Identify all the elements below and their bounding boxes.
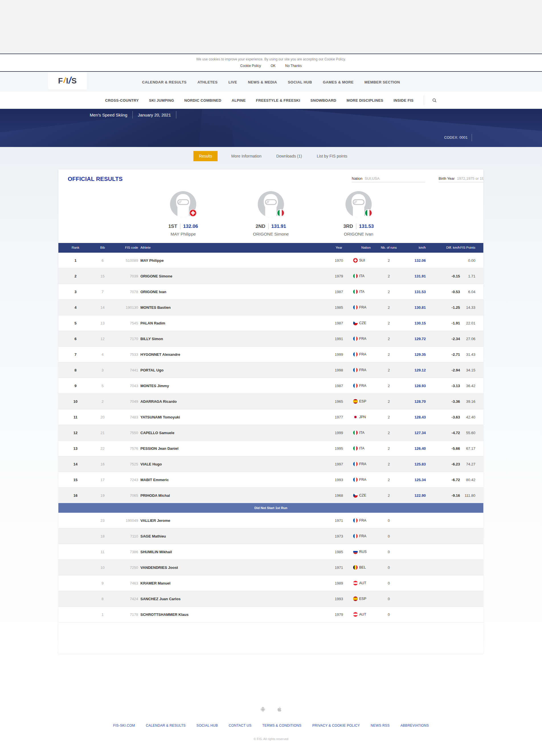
cookie-link-cookie-policy[interactable]: Cookie Policy — [240, 64, 261, 68]
cell-fis-code: 7243 — [113, 478, 138, 482]
copyright: © FIS. All rights reserved — [0, 737, 542, 741]
subnav-item-alpine[interactable]: ALPINE — [232, 98, 246, 103]
cell-runs: 2 — [380, 478, 397, 482]
cell-fis-points: 55.60 — [460, 431, 483, 435]
podium-rank-label: 3RD — [343, 224, 353, 229]
subnav-item-inside-fis[interactable]: INSIDE FIS — [394, 98, 414, 103]
flag-fra-icon — [353, 477, 358, 482]
cell-rank: 4 — [58, 305, 93, 310]
athlete-link[interactable]: MONTES Bastien — [138, 305, 326, 310]
athlete-link[interactable]: VALLIER Jerome — [138, 518, 326, 523]
athlete-link[interactable]: MABIT Emmeric — [138, 478, 326, 482]
table-row: 16510089MAY Philippe1970SUI2132.060.00 — [58, 253, 483, 268]
cell-rank: 9 — [58, 384, 93, 388]
podium-athlete-name[interactable]: MAY Philippe — [171, 232, 196, 236]
subnav-item-nordic-combined[interactable]: NORDIC COMBINED — [184, 98, 221, 103]
search-icon — [432, 98, 437, 103]
subnav-item-cross-country[interactable]: CROSS-COUNTRY — [105, 98, 139, 103]
athlete-link[interactable]: KRAMER Manuel — [138, 581, 326, 585]
athlete-link[interactable]: BILLY Simon — [138, 337, 326, 341]
athlete-link[interactable]: CAPELLO Samuele — [138, 431, 326, 435]
nav-item-athletes[interactable]: ATHLETES — [197, 80, 218, 84]
athlete-link[interactable]: PALAN Radim — [138, 321, 326, 325]
tab-more-information[interactable]: More Information — [230, 151, 263, 161]
nav-item-games-more[interactable]: GAMES & MORE — [323, 80, 353, 84]
cell-nation: FRA — [352, 477, 380, 482]
apple-icon[interactable] — [276, 706, 283, 714]
footer-link-terms-conditions[interactable]: TERMS & CONDITIONS — [262, 724, 301, 728]
cell-year: 1985 — [326, 305, 352, 310]
codex-wrap: CODEX: 0001 — [444, 134, 472, 141]
athlete-link[interactable]: ORIGONE Simone — [138, 274, 326, 278]
discipline-navigation: CROSS-COUNTRYSKI JUMPINGNORDIC COMBINEDA… — [0, 92, 542, 109]
cell-fis-code: 7550 — [113, 431, 138, 435]
cookie-link-ok[interactable]: OK — [271, 64, 275, 68]
cell-fis-code: 7441 — [113, 368, 138, 372]
cell-rank: 8 — [58, 368, 93, 372]
athlete-link[interactable]: VANDENDRIES Joost — [138, 565, 326, 570]
athlete-link[interactable]: VIALE Hugo — [138, 462, 326, 466]
podium-avatar — [170, 191, 196, 217]
cell-diff-kmh: -2.71 — [429, 352, 460, 357]
nav-item-calendar-results[interactable]: CALENDAR & RESULTS — [142, 80, 187, 84]
subnav-item-freestyle-freeski[interactable]: FREESTYLE & FREESKI — [256, 98, 300, 103]
cell-fis-points: 14.33 — [460, 305, 483, 310]
footer-link-fis-ski-com[interactable]: FIS-SKI.COM — [113, 724, 135, 728]
cell-fis-points: 0.00 — [460, 258, 483, 263]
nation-filter-input[interactable] — [365, 176, 425, 181]
subnav-item-snowboard[interactable]: SNOWBOARD — [310, 98, 336, 103]
flag-fra-icon — [353, 518, 358, 523]
cell-runs: 2 — [380, 462, 397, 466]
nav-item-member-section[interactable]: MEMBER SECTION — [365, 80, 400, 84]
athlete-link[interactable]: SAGE Mathieu — [138, 534, 326, 538]
cookie-link-no-thanks[interactable]: No Thanks — [285, 64, 302, 68]
cookie-links: Cookie PolicyOKNo Thanks — [0, 64, 542, 68]
cell-fis-code: 7250 — [113, 565, 138, 570]
nav-item-live[interactable]: LIVE — [228, 80, 237, 84]
cell-fis-code: 7049 — [113, 399, 138, 404]
breadcrumb-divider — [176, 111, 176, 118]
cell-bib: 12 — [93, 337, 113, 341]
athlete-link[interactable]: SHUMILIN Mikhail — [138, 550, 326, 554]
footer-link-calendar-results[interactable]: CALENDAR & RESULTS — [146, 724, 186, 728]
android-icon[interactable] — [259, 706, 266, 714]
cell-kmh: 129.72 — [397, 337, 429, 341]
cell-rank: 5 — [58, 321, 93, 325]
cell-bib: 14 — [93, 305, 113, 310]
nav-item-news-media[interactable]: NEWS & MEDIA — [248, 80, 277, 84]
athlete-link[interactable]: HYGONNET Alexandre — [138, 352, 326, 357]
cell-kmh: 128.70 — [397, 399, 429, 404]
subnav-item-ski-jumping[interactable]: SKI JUMPING — [149, 98, 174, 103]
fis-logo[interactable]: F/I/S — [48, 72, 87, 89]
birth-year-filter-input[interactable] — [457, 176, 483, 181]
footer-link-news-rss[interactable]: NEWS RSS — [371, 724, 390, 728]
cell-fis-code: 7170 — [113, 337, 138, 341]
tab-downloads-1[interactable]: Downloads (1) — [275, 151, 303, 161]
tab-results[interactable]: Results — [193, 151, 218, 161]
footer-link-contact-us[interactable]: CONTACT US — [229, 724, 251, 728]
athlete-link[interactable]: PESSION Jean Daniel — [138, 446, 326, 451]
footer-link-abbreviations[interactable]: ABBREVIATIONS — [400, 724, 429, 728]
footer-link-social-hub[interactable]: SOCIAL HUB — [197, 724, 218, 728]
subnav-item-more-disciplines[interactable]: MORE DISCIPLINES — [347, 98, 383, 103]
flag-fra-icon — [353, 352, 358, 357]
cell-rank: 16 — [58, 493, 93, 498]
tab-list-by-fis-points[interactable]: List by FIS points — [316, 151, 348, 161]
cell-fis-points: 67.17 — [460, 446, 483, 451]
footer-link-privacy-cookie-policy[interactable]: PRIVACY & COOKIE POLICY — [312, 724, 360, 728]
athlete-link[interactable]: SANCHEZ Juan Carlos — [138, 597, 326, 601]
podium-athlete-name[interactable]: ORIGONE Ivan — [344, 232, 373, 236]
podium-athlete-name[interactable]: ORIGONE Simone — [253, 232, 289, 236]
athlete-link[interactable]: SCHROTTSHAMMER Klaus — [138, 612, 326, 617]
athlete-link[interactable]: MONTES Jimmy — [138, 384, 326, 388]
athlete-link[interactable]: YATSUNAMI Tomoyuki — [138, 415, 326, 419]
athlete-link[interactable]: ORIGONE Ivan — [138, 290, 326, 294]
search-button[interactable] — [424, 95, 437, 105]
athlete-link[interactable]: ADARRAGA Ricardo — [138, 399, 326, 404]
flag-ita-icon — [353, 274, 358, 278]
athlete-link[interactable]: PRIHODA Michal — [138, 493, 326, 498]
athlete-link[interactable]: PORTAL Ugo — [138, 368, 326, 372]
nav-item-social-hub[interactable]: SOCIAL HUB — [288, 80, 312, 84]
athlete-link[interactable]: MAY Philippe — [138, 258, 326, 263]
breadcrumb: Men's Speed SkiingJanuary 20, 2021 — [90, 111, 176, 118]
